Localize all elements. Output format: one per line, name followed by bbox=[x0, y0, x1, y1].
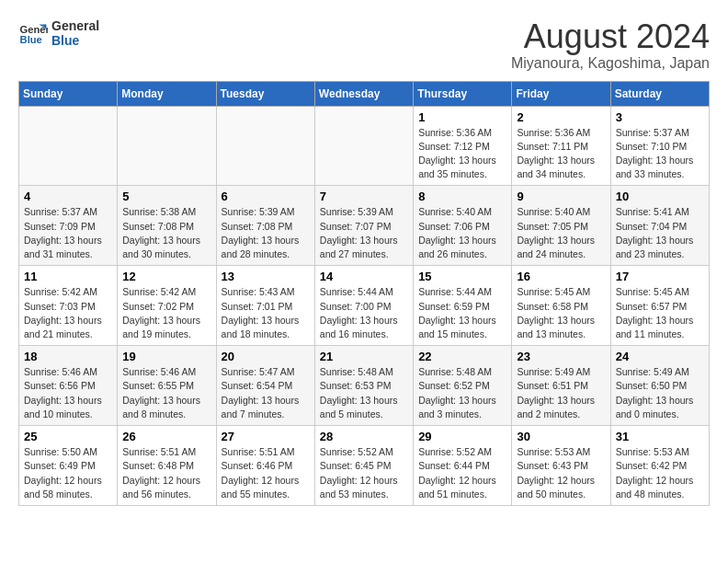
main-title: August 2024 bbox=[511, 18, 710, 55]
calendar-week-row: 18Sunrise: 5:46 AM Sunset: 6:56 PM Dayli… bbox=[19, 346, 710, 426]
calendar-cell: 19Sunrise: 5:46 AM Sunset: 6:55 PM Dayli… bbox=[118, 346, 216, 426]
calendar-cell bbox=[118, 106, 216, 186]
day-of-week-header: Saturday bbox=[610, 81, 709, 106]
day-number: 30 bbox=[517, 430, 605, 443]
calendar-cell: 24Sunrise: 5:49 AM Sunset: 6:50 PM Dayli… bbox=[610, 346, 709, 426]
calendar-cell: 7Sunrise: 5:39 AM Sunset: 7:07 PM Daylig… bbox=[314, 186, 413, 266]
calendar-cell: 31Sunrise: 5:53 AM Sunset: 6:42 PM Dayli… bbox=[610, 426, 709, 506]
logo-text-general: General bbox=[51, 18, 99, 33]
day-number: 6 bbox=[222, 190, 310, 203]
day-info: Sunrise: 5:51 AM Sunset: 6:48 PM Dayligh… bbox=[122, 445, 210, 501]
day-info: Sunrise: 5:46 AM Sunset: 6:56 PM Dayligh… bbox=[24, 365, 112, 421]
day-number: 3 bbox=[616, 110, 704, 124]
day-number: 9 bbox=[517, 190, 605, 203]
day-info: Sunrise: 5:44 AM Sunset: 7:00 PM Dayligh… bbox=[320, 285, 408, 341]
calendar-cell: 15Sunrise: 5:44 AM Sunset: 6:59 PM Dayli… bbox=[414, 266, 512, 346]
header-row: SundayMondayTuesdayWednesdayThursdayFrid… bbox=[19, 81, 710, 106]
day-number: 2 bbox=[517, 110, 605, 124]
calendar-cell: 18Sunrise: 5:46 AM Sunset: 6:56 PM Dayli… bbox=[19, 346, 118, 426]
calendar-cell: 12Sunrise: 5:42 AM Sunset: 7:02 PM Dayli… bbox=[118, 266, 216, 346]
calendar-cell: 13Sunrise: 5:43 AM Sunset: 7:01 PM Dayli… bbox=[216, 266, 314, 346]
day-number: 7 bbox=[320, 190, 408, 203]
day-number: 8 bbox=[418, 190, 506, 203]
day-info: Sunrise: 5:44 AM Sunset: 6:59 PM Dayligh… bbox=[418, 285, 506, 341]
subtitle: Miyanoura, Kagoshima, Japan bbox=[511, 55, 710, 72]
day-number: 15 bbox=[418, 270, 506, 283]
day-info: Sunrise: 5:48 AM Sunset: 6:52 PM Dayligh… bbox=[418, 365, 506, 421]
day-info: Sunrise: 5:39 AM Sunset: 7:07 PM Dayligh… bbox=[320, 205, 408, 261]
calendar-week-row: 1Sunrise: 5:36 AM Sunset: 7:12 PM Daylig… bbox=[19, 106, 710, 186]
day-number: 10 bbox=[616, 190, 704, 203]
day-number: 31 bbox=[616, 430, 704, 443]
day-number: 20 bbox=[222, 350, 310, 363]
day-info: Sunrise: 5:52 AM Sunset: 6:44 PM Dayligh… bbox=[418, 445, 506, 501]
day-number: 27 bbox=[222, 430, 310, 443]
calendar-cell: 2Sunrise: 5:36 AM Sunset: 7:11 PM Daylig… bbox=[512, 106, 610, 186]
calendar-cell: 4Sunrise: 5:37 AM Sunset: 7:09 PM Daylig… bbox=[19, 186, 118, 266]
calendar-cell: 22Sunrise: 5:48 AM Sunset: 6:52 PM Dayli… bbox=[414, 346, 512, 426]
day-of-week-header: Wednesday bbox=[314, 81, 413, 106]
day-info: Sunrise: 5:41 AM Sunset: 7:04 PM Dayligh… bbox=[616, 205, 704, 261]
calendar-week-row: 11Sunrise: 5:42 AM Sunset: 7:03 PM Dayli… bbox=[19, 266, 710, 346]
calendar-cell: 17Sunrise: 5:45 AM Sunset: 6:57 PM Dayli… bbox=[610, 266, 709, 346]
calendar-week-row: 25Sunrise: 5:50 AM Sunset: 6:49 PM Dayli… bbox=[19, 426, 710, 506]
page-header: General Blue General Blue August 2024 Mi… bbox=[18, 18, 710, 72]
calendar-cell: 20Sunrise: 5:47 AM Sunset: 6:54 PM Dayli… bbox=[216, 346, 314, 426]
day-info: Sunrise: 5:49 AM Sunset: 6:51 PM Dayligh… bbox=[517, 365, 605, 421]
calendar-cell: 27Sunrise: 5:51 AM Sunset: 6:46 PM Dayli… bbox=[216, 426, 314, 506]
calendar-cell: 16Sunrise: 5:45 AM Sunset: 6:58 PM Dayli… bbox=[512, 266, 610, 346]
day-info: Sunrise: 5:50 AM Sunset: 6:49 PM Dayligh… bbox=[24, 445, 112, 501]
day-number: 21 bbox=[320, 350, 408, 363]
logo: General Blue General Blue bbox=[18, 18, 99, 48]
calendar-cell bbox=[216, 106, 314, 186]
calendar-cell: 10Sunrise: 5:41 AM Sunset: 7:04 PM Dayli… bbox=[610, 186, 709, 266]
day-number: 12 bbox=[122, 270, 210, 283]
calendar-cell: 5Sunrise: 5:38 AM Sunset: 7:08 PM Daylig… bbox=[118, 186, 216, 266]
calendar-cell: 6Sunrise: 5:39 AM Sunset: 7:08 PM Daylig… bbox=[216, 186, 314, 266]
day-number: 19 bbox=[122, 350, 210, 363]
calendar-cell: 3Sunrise: 5:37 AM Sunset: 7:10 PM Daylig… bbox=[610, 106, 709, 186]
day-number: 26 bbox=[122, 430, 210, 443]
day-number: 14 bbox=[320, 270, 408, 283]
calendar-cell: 30Sunrise: 5:53 AM Sunset: 6:43 PM Dayli… bbox=[512, 426, 610, 506]
calendar-cell: 9Sunrise: 5:40 AM Sunset: 7:05 PM Daylig… bbox=[512, 186, 610, 266]
day-of-week-header: Monday bbox=[118, 81, 216, 106]
day-info: Sunrise: 5:36 AM Sunset: 7:11 PM Dayligh… bbox=[517, 126, 605, 182]
day-of-week-header: Tuesday bbox=[216, 81, 314, 106]
calendar-body: 1Sunrise: 5:36 AM Sunset: 7:12 PM Daylig… bbox=[19, 106, 710, 505]
day-number: 1 bbox=[418, 110, 506, 124]
day-number: 13 bbox=[222, 270, 310, 283]
day-number: 4 bbox=[24, 190, 112, 203]
day-info: Sunrise: 5:51 AM Sunset: 6:46 PM Dayligh… bbox=[222, 445, 310, 501]
calendar-cell: 26Sunrise: 5:51 AM Sunset: 6:48 PM Dayli… bbox=[118, 426, 216, 506]
calendar-cell: 28Sunrise: 5:52 AM Sunset: 6:45 PM Dayli… bbox=[314, 426, 413, 506]
day-of-week-header: Sunday bbox=[19, 81, 118, 106]
day-info: Sunrise: 5:45 AM Sunset: 6:57 PM Dayligh… bbox=[616, 285, 704, 341]
day-info: Sunrise: 5:46 AM Sunset: 6:55 PM Dayligh… bbox=[122, 365, 210, 421]
day-number: 17 bbox=[616, 270, 704, 283]
calendar-cell: 1Sunrise: 5:36 AM Sunset: 7:12 PM Daylig… bbox=[414, 106, 512, 186]
calendar-cell: 25Sunrise: 5:50 AM Sunset: 6:49 PM Dayli… bbox=[19, 426, 118, 506]
day-number: 29 bbox=[418, 430, 506, 443]
day-info: Sunrise: 5:40 AM Sunset: 7:06 PM Dayligh… bbox=[418, 205, 506, 261]
day-info: Sunrise: 5:40 AM Sunset: 7:05 PM Dayligh… bbox=[517, 205, 605, 261]
day-info: Sunrise: 5:43 AM Sunset: 7:01 PM Dayligh… bbox=[222, 285, 310, 341]
day-info: Sunrise: 5:53 AM Sunset: 6:42 PM Dayligh… bbox=[616, 445, 704, 501]
calendar-cell: 21Sunrise: 5:48 AM Sunset: 6:53 PM Dayli… bbox=[314, 346, 413, 426]
calendar-cell: 23Sunrise: 5:49 AM Sunset: 6:51 PM Dayli… bbox=[512, 346, 610, 426]
calendar-cell: 29Sunrise: 5:52 AM Sunset: 6:44 PM Dayli… bbox=[414, 426, 512, 506]
day-number: 22 bbox=[418, 350, 506, 363]
day-of-week-header: Friday bbox=[512, 81, 610, 106]
calendar-cell bbox=[19, 106, 118, 186]
day-of-week-header: Thursday bbox=[414, 81, 512, 106]
day-info: Sunrise: 5:37 AM Sunset: 7:09 PM Dayligh… bbox=[24, 205, 112, 261]
day-number: 16 bbox=[517, 270, 605, 283]
day-info: Sunrise: 5:37 AM Sunset: 7:10 PM Dayligh… bbox=[616, 126, 704, 182]
day-info: Sunrise: 5:52 AM Sunset: 6:45 PM Dayligh… bbox=[320, 445, 408, 501]
day-number: 28 bbox=[320, 430, 408, 443]
day-number: 23 bbox=[517, 350, 605, 363]
calendar-cell: 8Sunrise: 5:40 AM Sunset: 7:06 PM Daylig… bbox=[414, 186, 512, 266]
logo-icon: General Blue bbox=[18, 18, 48, 48]
calendar-cell: 11Sunrise: 5:42 AM Sunset: 7:03 PM Dayli… bbox=[19, 266, 118, 346]
calendar-table: SundayMondayTuesdayWednesdayThursdayFrid… bbox=[18, 81, 710, 506]
